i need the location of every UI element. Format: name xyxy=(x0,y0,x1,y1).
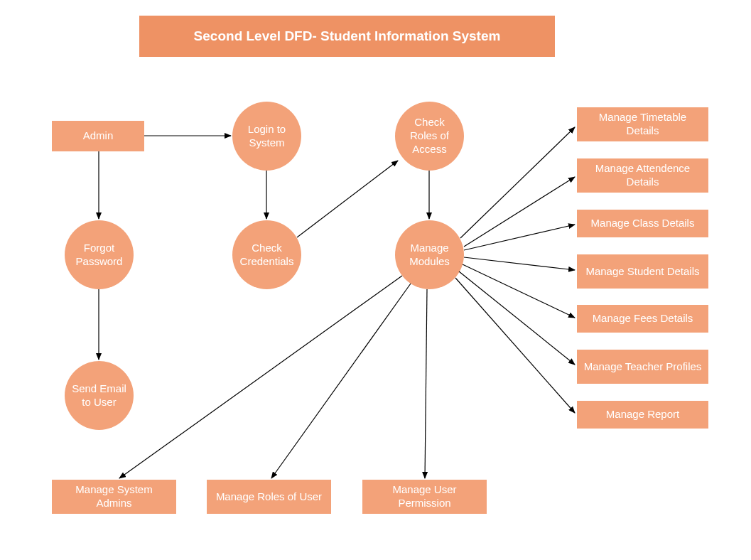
node-manage-fees: Manage Fees Details xyxy=(577,305,708,333)
node-manage-system-admins: Manage System Admins xyxy=(52,480,176,514)
node-send-email-to-user: Send Email to User xyxy=(65,361,134,430)
node-admin: Admin xyxy=(52,121,144,151)
node-manage-user-permission: Manage User Permission xyxy=(362,480,487,514)
node-manage-roles-user: Manage Roles of User xyxy=(207,480,331,514)
node-manage-attendance: Manage Attendence Details xyxy=(577,158,708,193)
edge-mm-rolesuser xyxy=(271,284,411,478)
node-manage-student: Manage Student Details xyxy=(577,254,708,289)
node-manage-teacher: Manage Teacher Profiles xyxy=(577,350,708,384)
edge-mm-userperm xyxy=(425,289,427,478)
edge-mm-teacher xyxy=(459,271,575,365)
node-login-to-system: Login to System xyxy=(232,102,301,171)
edge-mm-attendance xyxy=(464,177,575,247)
edge-mm-student xyxy=(464,257,575,270)
edge-checkcred-checkroles xyxy=(297,161,398,237)
diagram-title: Second Level DFD- Student Information Sy… xyxy=(139,16,555,57)
node-manage-class: Manage Class Details xyxy=(577,210,708,237)
node-manage-modules: Manage Modules xyxy=(395,220,464,289)
edge-mm-timetable xyxy=(460,127,575,238)
node-check-roles-of-access: Check Roles of Access xyxy=(395,102,464,171)
node-forgot-password: Forgot Password xyxy=(65,220,134,289)
node-manage-report: Manage Report xyxy=(577,401,708,429)
edge-mm-report xyxy=(455,278,575,413)
edge-mm-class xyxy=(464,225,575,250)
node-manage-timetable: Manage Timetable Details xyxy=(577,107,708,141)
edge-mm-sysadmins xyxy=(119,276,402,478)
node-check-credentials: Check Credentials xyxy=(232,220,301,289)
edge-mm-fees xyxy=(463,264,575,318)
